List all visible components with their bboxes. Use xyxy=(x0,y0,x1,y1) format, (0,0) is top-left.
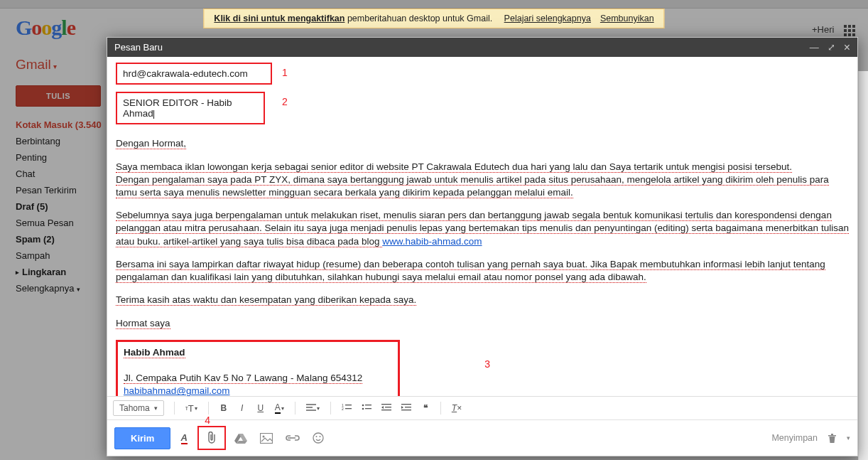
sig-email-link[interactable]: habibahmad@gmail.com xyxy=(124,385,230,396)
svg-rect-31 xyxy=(261,433,273,443)
attach-highlight: 4 xyxy=(197,426,226,450)
header-right: +Heri xyxy=(812,24,855,36)
body-p4: Bersama ini saya lampirkan daftar riwaya… xyxy=(116,259,825,283)
annotation-1: 1 xyxy=(282,67,288,78)
expand-icon[interactable]: ⤢ xyxy=(828,42,835,53)
svg-rect-1 xyxy=(848,25,851,28)
compose-right-actions: Menyimpan ▾ xyxy=(771,433,850,444)
svg-marker-23 xyxy=(381,406,384,409)
compose-bottom-bar: Kirim A 4 Menyimpan ▾ xyxy=(107,419,857,456)
svg-rect-15 xyxy=(345,408,352,409)
insert-drive-button[interactable] xyxy=(230,429,251,447)
compose-title: Pesan Baru xyxy=(114,42,163,53)
apps-grid-icon[interactable] xyxy=(844,25,855,36)
gmail-label: Gmail xyxy=(16,57,51,72)
remove-formatting-button[interactable]: T✕ xyxy=(448,400,466,416)
svg-rect-4 xyxy=(848,29,851,32)
smiley-icon xyxy=(313,432,324,444)
compose-body[interactable]: Dengan Hormat, Saya membaca iklan lowong… xyxy=(107,134,857,396)
body-p6: Hormat saya xyxy=(116,318,170,329)
sig-name: Habib Ahmad xyxy=(124,347,185,358)
svg-rect-37 xyxy=(828,435,836,437)
font-label: Tahoma xyxy=(119,403,150,413)
notif-learn-more-link[interactable]: Pelajari selengkapnya xyxy=(504,14,591,23)
insert-photo-button[interactable] xyxy=(256,429,277,447)
svg-rect-22 xyxy=(381,410,391,410)
image-icon xyxy=(260,433,273,444)
compose-fields: hrd@cakrawala-edutech.com 1 SENIOR EDITO… xyxy=(107,57,857,134)
text-color-button[interactable]: A▾ xyxy=(271,400,288,416)
paperclip-icon xyxy=(206,432,217,444)
right-panel-strip xyxy=(858,71,868,460)
svg-marker-30 xyxy=(237,441,247,444)
more-options-button[interactable]: ▾ xyxy=(847,434,850,442)
svg-rect-8 xyxy=(852,33,855,36)
svg-marker-27 xyxy=(401,406,403,409)
svg-rect-6 xyxy=(844,33,847,36)
insert-link-button[interactable] xyxy=(281,429,304,447)
svg-point-32 xyxy=(263,435,265,437)
to-field[interactable]: hrd@cakrawala-edutech.com 1 xyxy=(116,63,272,85)
send-button[interactable]: Kirim xyxy=(114,427,170,449)
svg-point-34 xyxy=(313,433,323,443)
numbered-list-button[interactable]: 12 xyxy=(338,400,355,416)
svg-rect-26 xyxy=(401,410,411,410)
formatting-toolbar: Tahoma ▾ тT▾ B I U A▾ ▾ 12 ❝ T✕ xyxy=(107,396,857,419)
close-icon[interactable]: × xyxy=(844,41,850,54)
body-p2a: Saya membaca iklan lowongan kerja sebaga… xyxy=(116,161,792,173)
compose-button[interactable]: TULIS xyxy=(16,85,101,107)
svg-rect-18 xyxy=(365,405,371,405)
svg-rect-3 xyxy=(844,29,847,32)
gmail-dropdown[interactable]: Gmail▾ xyxy=(16,57,57,73)
browser-chrome-strip xyxy=(0,0,868,9)
insert-emoji-button[interactable] xyxy=(308,429,328,447)
svg-rect-20 xyxy=(381,404,391,405)
svg-rect-14 xyxy=(345,405,352,405)
quote-button[interactable]: ❝ xyxy=(418,400,433,416)
indent-more-button[interactable] xyxy=(398,400,415,416)
font-size-button[interactable]: тT▾ xyxy=(182,400,201,416)
caret-down-icon: ▾ xyxy=(154,405,158,412)
compose-titlebar: Pesan Baru — ⤢ × xyxy=(107,38,857,57)
bold-button[interactable]: B xyxy=(216,400,232,416)
annotation-4: 4 xyxy=(205,414,210,426)
svg-rect-25 xyxy=(405,407,411,407)
svg-point-35 xyxy=(316,436,318,437)
svg-rect-19 xyxy=(365,408,371,409)
subject-field[interactable]: SENIOR EDITOR - Habib Ahmad 2 xyxy=(116,92,265,124)
svg-point-16 xyxy=(362,405,364,407)
formatting-toggle-button[interactable]: A xyxy=(175,429,193,447)
compose-window: Pesan Baru — ⤢ × hrd@cakrawala-edutech.c… xyxy=(107,37,858,456)
notif-hide-link[interactable]: Sembunyikan xyxy=(600,14,654,23)
svg-rect-21 xyxy=(385,407,391,407)
annotation-2: 2 xyxy=(282,96,288,107)
svg-rect-24 xyxy=(401,404,411,405)
sig-address: Jl. Cempaka Putih Kav 5 No 7 Lawang - Ma… xyxy=(124,373,362,384)
signature-block: Habib Ahmad Jl. Cempaka Putih Kav 5 No 7… xyxy=(116,340,400,396)
subject-value: SENIOR EDITOR - Habib Ahmad xyxy=(123,97,232,119)
discard-draft-button[interactable] xyxy=(828,433,837,444)
svg-rect-38 xyxy=(831,434,833,435)
blog-link[interactable]: www.habib-ahmad.com xyxy=(382,236,482,247)
body-p5: Terima kasih atas waktu dan kesempatan y… xyxy=(116,294,416,306)
user-plus-label[interactable]: +Heri xyxy=(812,24,834,35)
svg-point-17 xyxy=(362,408,364,410)
align-button[interactable]: ▾ xyxy=(303,400,323,416)
minimize-icon[interactable]: — xyxy=(810,42,819,53)
attach-file-button[interactable] xyxy=(202,429,222,447)
trash-icon xyxy=(828,433,837,444)
desktop-notification-banner: Klik di sini untuk mengaktifkan pemberit… xyxy=(203,9,664,28)
italic-button[interactable]: I xyxy=(234,400,250,416)
svg-point-36 xyxy=(320,436,321,437)
bullet-list-button[interactable] xyxy=(358,400,375,416)
annotation-3: 3 xyxy=(484,358,490,371)
font-family-select[interactable]: Tahoma ▾ xyxy=(113,400,164,416)
underline-button[interactable]: U xyxy=(253,400,268,416)
notif-rest-text: pemberitahuan desktop untuk Gmail. xyxy=(345,14,492,23)
link-icon xyxy=(286,434,300,442)
svg-rect-5 xyxy=(852,29,855,32)
indent-less-button[interactable] xyxy=(378,400,395,416)
to-value: hrd@cakrawala-edutech.com xyxy=(123,68,248,79)
notif-bold-text[interactable]: Klik di sini untuk mengaktifkan xyxy=(214,14,345,23)
svg-text:2: 2 xyxy=(342,407,344,411)
